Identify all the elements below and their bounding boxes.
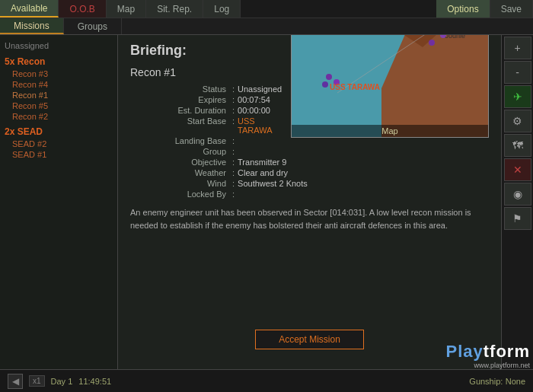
info-row-status: Status : Unassigned — [130, 84, 291, 94]
nav-available[interactable]: Available — [0, 0, 59, 18]
scroll-left-button[interactable]: ◀ — [8, 374, 23, 389]
icon-gear[interactable]: ⚙ — [504, 110, 531, 132]
recon-category: 5x Recon — [0, 55, 117, 69]
tab-groups[interactable]: Groups — [64, 18, 122, 34]
mission-sead2[interactable]: SEAD #2 — [0, 139, 117, 149]
second-row-tabs: Missions Groups — [0, 18, 533, 35]
gunship-value: None — [506, 377, 525, 386]
info-row-landingbase: Landing Base : — [130, 136, 291, 145]
nav-sitrep[interactable]: Sit. Rep. — [146, 0, 203, 18]
description-text: An enemy engineer unit has been observed… — [130, 206, 489, 231]
tab-missions[interactable]: Missions — [0, 18, 64, 34]
icon-zoom-out[interactable]: - — [504, 61, 531, 84]
icon-close[interactable]: ✕ — [504, 158, 531, 181]
speed-multiplier[interactable]: x1 — [29, 375, 45, 387]
gunship-info: Gunship: None — [469, 376, 525, 387]
nav-spacer — [241, 0, 436, 18]
accept-btn-container: Accept Mission — [118, 330, 501, 349]
map-footer-label: Map — [292, 125, 488, 137]
mission-recon1[interactable]: Recon #1 — [0, 90, 117, 100]
mission-recon5[interactable]: Recon #5 — [0, 100, 117, 111]
mission-recon3[interactable]: Recon #3 — [0, 69, 117, 79]
gunship-label: Gunship: — [469, 377, 503, 386]
watermark-url: www.playtform.net — [446, 362, 530, 369]
sead-category: 2x SEAD — [0, 125, 117, 139]
icon-plane[interactable]: ✈ — [504, 85, 531, 108]
nav-options[interactable]: Options — [436, 0, 490, 18]
accept-mission-button[interactable]: Accept Mission — [255, 330, 364, 349]
icon-zoom-in[interactable]: + — [504, 37, 531, 59]
map-tarawa-label: USS TARAWA — [330, 83, 380, 91]
mission-recon4[interactable]: Recon #4 — [0, 79, 117, 90]
main-layout: Unassigned 5x Recon Recon #3 Recon #4 Re… — [0, 35, 533, 369]
nav-log[interactable]: Log — [203, 0, 241, 18]
right-panel: + - ✈ ⚙ 🗺 ✕ ◉ ⚑ — [501, 35, 533, 369]
info-row-startbase: Start Base : USS TARAWA — [130, 116, 291, 135]
map-container: USS TARAWA Jouniè Map — [291, 35, 489, 138]
watermark: Playtform www.playtform.net — [446, 342, 530, 369]
info-row-weather: Weather : Clear and dry — [130, 168, 489, 177]
info-row-lockedby: Locked By : — [130, 190, 489, 199]
top-nav: Available O.O.B Map Sit. Rep. Log Option… — [0, 0, 533, 18]
icon-pin[interactable]: ◉ — [504, 183, 531, 206]
bottom-bar: ◀ x1 Day 1 11:49:51 Gunship: None — [0, 369, 533, 392]
day-display: Day 1 — [51, 377, 73, 386]
info-row-group: Group : — [130, 147, 489, 156]
time-display: 11:49:51 — [78, 377, 111, 386]
icon-flag[interactable]: ⚑ — [504, 207, 531, 230]
map-town-label: Jouniè — [445, 35, 465, 40]
nav-map[interactable]: Map — [107, 0, 146, 18]
watermark-play: Play — [446, 342, 484, 361]
info-row-wind: Wind : Southwest 2 Knots — [130, 179, 489, 188]
info-row-expires: Expires : 00:07:54 — [130, 95, 291, 104]
info-row-objective: Objective : Transmitter 9 — [130, 158, 489, 167]
nav-oob[interactable]: O.O.B — [59, 0, 106, 18]
map-line — [292, 35, 488, 137]
watermark-tform: tform — [484, 342, 530, 361]
bottom-left: ◀ x1 Day 1 11:49:51 — [8, 374, 111, 389]
mission-sead1[interactable]: SEAD #1 — [0, 149, 117, 160]
left-panel: Unassigned 5x Recon Recon #3 Recon #4 Re… — [0, 35, 118, 369]
nav-right: Options Save — [436, 0, 533, 18]
unassigned-header: Unassigned — [0, 40, 117, 52]
icon-map[interactable]: 🗺 — [504, 134, 531, 157]
nav-save[interactable]: Save — [490, 0, 533, 18]
info-row-duration: Est. Duration : 00:00:00 — [130, 106, 291, 115]
mission-recon2[interactable]: Recon #2 — [0, 111, 117, 122]
center-panel: Briefing: Recon #1 USS TARAWA Jouniè Map — [118, 35, 501, 369]
